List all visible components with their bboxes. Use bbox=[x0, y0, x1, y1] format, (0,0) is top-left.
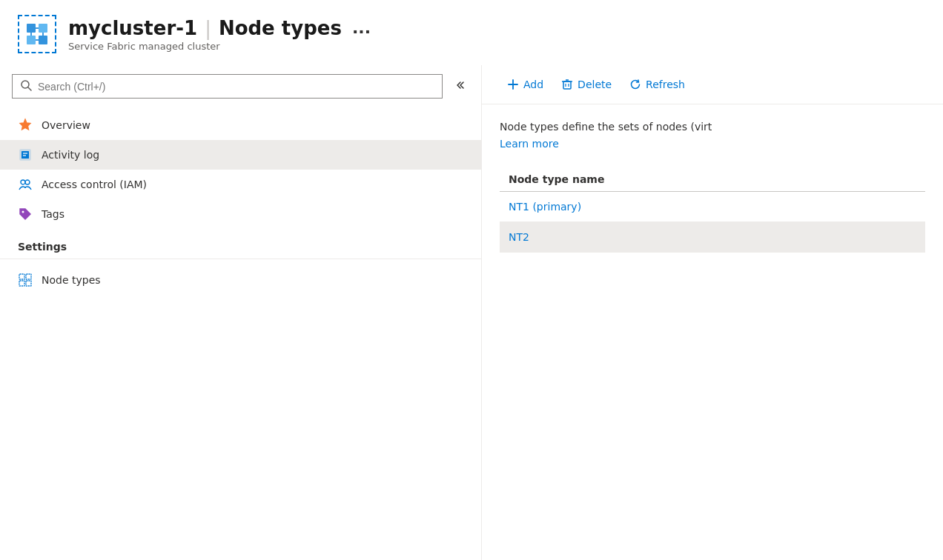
overview-icon bbox=[18, 118, 33, 133]
search-wrapper[interactable] bbox=[12, 74, 443, 99]
sidebar-item-activity-log[interactable]: Activity log bbox=[0, 140, 481, 170]
node-types-icon bbox=[18, 273, 33, 287]
table-row[interactable]: NT2 bbox=[500, 222, 925, 253]
sidebar-item-iam[interactable]: Access control (IAM) bbox=[0, 170, 481, 199]
svg-rect-4 bbox=[39, 36, 47, 44]
page-header: mycluster-1 | Node types ... Service Fab… bbox=[0, 0, 943, 65]
search-bar bbox=[12, 74, 469, 99]
tags-label: Tags bbox=[42, 208, 64, 220]
header-text-group: mycluster-1 | Node types ... Service Fab… bbox=[68, 17, 371, 52]
page-subtitle: Service Fabric managed cluster bbox=[68, 41, 371, 52]
svg-point-15 bbox=[21, 180, 25, 184]
delete-icon bbox=[561, 79, 573, 90]
node-type-nt2-link[interactable]: NT2 bbox=[509, 231, 529, 243]
table-column-header: Node type name bbox=[500, 167, 925, 192]
more-options-button[interactable]: ... bbox=[352, 19, 371, 37]
svg-point-17 bbox=[22, 211, 24, 213]
overview-label: Overview bbox=[42, 119, 90, 131]
node-types-label: Node types bbox=[42, 274, 101, 286]
delete-button[interactable]: Delete bbox=[554, 74, 619, 95]
tags-icon bbox=[18, 207, 33, 221]
svg-rect-2 bbox=[39, 24, 47, 33]
settings-section-label: Settings bbox=[0, 229, 481, 259]
svg-rect-21 bbox=[26, 281, 31, 286]
delete-label: Delete bbox=[578, 79, 612, 90]
node-types-table: Node type name NT1 (primary) NT2 bbox=[500, 167, 925, 253]
activity-log-label: Activity log bbox=[42, 149, 99, 161]
search-icon bbox=[20, 79, 32, 93]
sidebar: Overview Activity log bbox=[0, 65, 482, 560]
main-layout: Overview Activity log bbox=[0, 65, 943, 560]
content-area: Add Delete bbox=[482, 65, 943, 560]
title-separator: | bbox=[205, 17, 211, 39]
refresh-icon bbox=[629, 79, 641, 90]
sidebar-item-node-types[interactable]: Node types bbox=[0, 265, 481, 295]
table-row[interactable]: NT1 (primary) bbox=[500, 192, 925, 222]
service-fabric-icon bbox=[18, 15, 56, 53]
section-name: Node types bbox=[219, 17, 342, 39]
cluster-name: mycluster-1 bbox=[68, 17, 197, 39]
node-type-nt1-link[interactable]: NT1 (primary) bbox=[509, 201, 581, 213]
page-title: mycluster-1 | Node types ... bbox=[68, 17, 371, 39]
svg-rect-1 bbox=[27, 24, 36, 33]
activity-log-icon bbox=[18, 147, 33, 162]
collapse-sidebar-button[interactable] bbox=[449, 76, 469, 97]
content-body: Node types define the sets of nodes (vir… bbox=[482, 104, 943, 560]
svg-rect-19 bbox=[26, 274, 31, 279]
search-input[interactable] bbox=[38, 81, 434, 93]
toolbar: Add Delete bbox=[482, 65, 943, 104]
svg-rect-18 bbox=[19, 274, 24, 279]
svg-line-10 bbox=[28, 87, 31, 90]
refresh-label: Refresh bbox=[646, 79, 685, 90]
refresh-button[interactable]: Refresh bbox=[622, 74, 692, 95]
add-label: Add bbox=[523, 79, 543, 90]
svg-rect-20 bbox=[19, 281, 24, 286]
svg-point-16 bbox=[25, 180, 30, 184]
sidebar-item-tags[interactable]: Tags bbox=[0, 199, 481, 229]
iam-label: Access control (IAM) bbox=[42, 179, 147, 190]
description-text: Node types define the sets of nodes (vir… bbox=[500, 119, 925, 135]
add-icon bbox=[507, 79, 519, 90]
sidebar-item-overview[interactable]: Overview bbox=[0, 110, 481, 140]
svg-rect-3 bbox=[27, 36, 36, 44]
svg-rect-24 bbox=[563, 81, 571, 89]
add-button[interactable]: Add bbox=[500, 74, 551, 95]
iam-icon bbox=[18, 177, 33, 192]
svg-rect-12 bbox=[21, 151, 29, 159]
learn-more-link[interactable]: Learn more bbox=[500, 138, 559, 150]
